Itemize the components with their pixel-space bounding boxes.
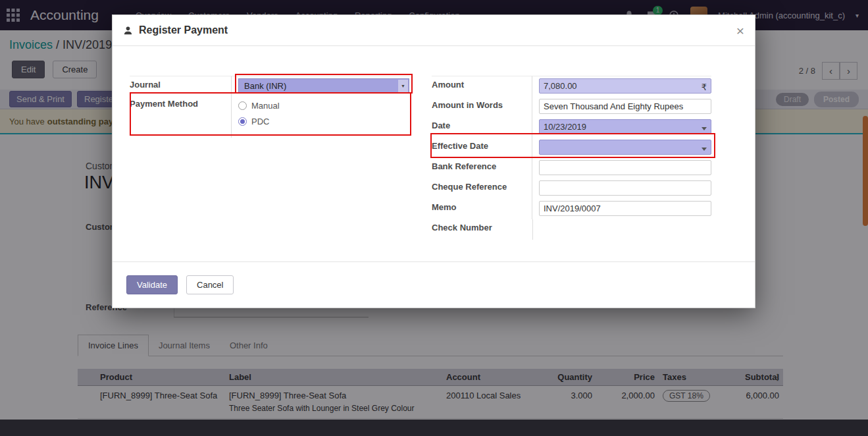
- journal-select[interactable]: Bank (INR) ▼: [238, 78, 409, 94]
- cheque-reference-label: Cheque Reference: [432, 178, 532, 192]
- payment-method-label: Payment Method: [130, 95, 231, 109]
- effective-date-input[interactable]: [539, 140, 711, 155]
- modal-footer: Validate Cancel: [113, 261, 755, 308]
- amount-in-words-input[interactable]: [539, 99, 711, 114]
- memo-label: Memo: [432, 199, 532, 212]
- date-label: Date: [432, 117, 532, 130]
- modal-title: Register Payment: [139, 24, 228, 36]
- screen: Accounting Overview Customers Vendors Ac…: [0, 0, 868, 436]
- memo-row: Memo: [432, 199, 711, 219]
- currency-symbol: ₹: [702, 82, 707, 92]
- validate-button[interactable]: Validate: [126, 275, 178, 294]
- cheque-reference-input[interactable]: [539, 180, 711, 196]
- amount-label: Amount: [432, 76, 532, 90]
- modal-header: Register Payment ×: [113, 15, 755, 46]
- amount-in-words-label: Amount in Words: [432, 97, 532, 110]
- bank-reference-label: Bank Reference: [432, 158, 532, 171]
- select-arrow-icon: ▼: [398, 80, 408, 92]
- journal-label: Journal: [130, 76, 231, 90]
- effective-date-caret-icon: [702, 148, 707, 151]
- payment-icon: [123, 26, 133, 36]
- journal-row: Journal Bank (INR) ▼: [130, 76, 411, 95]
- cheque-reference-row: Cheque Reference: [432, 178, 711, 199]
- register-payment-modal: Register Payment × Journal Bank (INR) ▼ …: [112, 14, 755, 308]
- close-icon[interactable]: ×: [736, 24, 744, 38]
- radio-manual[interactable]: [238, 101, 247, 110]
- payment-method-row: Payment Method Manual PDC: [130, 95, 411, 138]
- date-row: Date: [432, 117, 711, 138]
- check-number-row: Check Number: [432, 219, 711, 240]
- amount-row: Amount ₹: [432, 76, 711, 97]
- effective-date-label: Effective Date: [432, 138, 532, 151]
- effective-date-row: Effective Date: [432, 138, 711, 158]
- payment-left-group: Journal Bank (INR) ▼ Payment Method Manu…: [130, 76, 411, 138]
- radio-pdc[interactable]: [238, 117, 247, 126]
- check-number-label: Check Number: [432, 219, 532, 232]
- amount-input[interactable]: [539, 78, 711, 94]
- memo-input[interactable]: [539, 201, 711, 216]
- cancel-button[interactable]: Cancel: [186, 275, 234, 294]
- payment-method-option-pdc[interactable]: PDC: [238, 113, 411, 129]
- date-input[interactable]: [539, 119, 711, 134]
- date-caret-icon: [702, 127, 707, 130]
- bank-reference-input[interactable]: [539, 160, 711, 175]
- payment-method-option-manual[interactable]: Manual: [238, 97, 411, 113]
- payment-right-group: Amount ₹ Amount in Words Date: [432, 76, 711, 240]
- bank-reference-row: Bank Reference: [432, 158, 711, 178]
- amount-in-words-row: Amount in Words: [432, 97, 711, 117]
